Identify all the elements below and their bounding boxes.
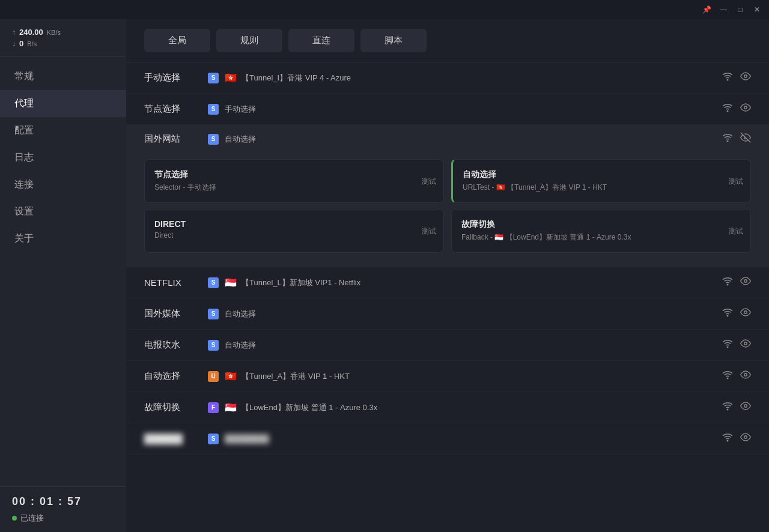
svg-point-0 xyxy=(727,79,728,80)
eye-icon[interactable] xyxy=(740,338,751,352)
eye-icon[interactable] xyxy=(740,401,751,414)
proxy-name: 自动选择 xyxy=(144,370,204,382)
proxy-actions xyxy=(722,307,751,321)
eye-icon[interactable] xyxy=(740,102,751,116)
sidebar-item-proxy[interactable]: 代理 xyxy=(0,90,126,117)
sub-card-node-selector[interactable]: 节点选择Selector - 手动选择测试 xyxy=(144,159,444,203)
title-bar: 📌 — □ ✕ xyxy=(0,0,769,19)
test-button[interactable]: 测试 xyxy=(422,176,436,186)
sidebar-item-settings[interactable]: 设置 xyxy=(0,198,126,225)
group-expanded-overseas-site: 国外网站S自动选择节点选择Selector - 手动选择测试DIRECTDire… xyxy=(126,125,769,267)
eye-icon[interactable] xyxy=(740,369,751,383)
eye-icon[interactable] xyxy=(740,307,751,321)
proxy-flag-icon: 🇭🇰 xyxy=(225,370,237,382)
wifi-test-icon[interactable] xyxy=(722,369,733,383)
proxy-row-netflix[interactable]: NETFLIXS🇸🇬【Tunnel_L】新加坡 VIP1 - Netflix xyxy=(126,267,769,298)
sidebar-nav: 常规代理配置日志连接设置关于 xyxy=(0,57,126,486)
wifi-icon[interactable] xyxy=(722,132,733,146)
test-button[interactable]: 测试 xyxy=(422,226,436,236)
tab-rule[interactable]: 规则 xyxy=(216,29,282,52)
proxy-actions xyxy=(722,132,751,146)
proxy-row-overseas-media[interactable]: 国外媒体S自动选择 xyxy=(126,298,769,330)
svg-point-12 xyxy=(727,378,728,379)
proxy-row-manual-select[interactable]: 手动选择S🇭🇰【Tunnel_I】香港 VIP 4 - Azure xyxy=(126,62,769,94)
wifi-test-icon[interactable] xyxy=(722,102,733,116)
svg-point-9 xyxy=(744,311,747,314)
proxy-flag-icon: 🇸🇬 xyxy=(225,277,237,288)
close-button[interactable]: ✕ xyxy=(750,2,764,17)
tab-script[interactable]: 脚本 xyxy=(360,29,427,52)
proxy-actions xyxy=(722,338,751,352)
svg-point-13 xyxy=(744,373,747,376)
proxy-name: NETFLIX xyxy=(144,277,204,288)
sidebar-item-config[interactable]: 配置 xyxy=(0,117,126,144)
eye-icon[interactable] xyxy=(740,432,751,446)
proxy-name: 电报吹水 xyxy=(144,339,204,351)
proxy-actions xyxy=(722,276,751,289)
tab-global[interactable]: 全局 xyxy=(144,29,210,52)
svg-point-10 xyxy=(727,346,728,348)
proxy-actions xyxy=(722,71,751,85)
tab-direct[interactable]: 直连 xyxy=(288,29,354,52)
sub-card-fallback[interactable]: 故障切换Fallback - 🇸🇬 【LowEnd】新加坡 普通 1 - Azu… xyxy=(451,209,751,253)
download-arrow-icon: ↓ xyxy=(12,40,16,48)
proxy-actions xyxy=(722,369,751,383)
proxy-actions xyxy=(722,401,751,414)
sidebar-footer: 00 : 01 : 57 已连接 xyxy=(0,486,126,532)
sub-card-subtitle: URLTest - 🇭🇰 【Tunnel_A】香港 VIP 1 - HKT xyxy=(463,183,741,193)
proxy-row-overseas-site[interactable]: 国外网站S自动选择 xyxy=(126,125,769,153)
proxy-type-badge: S xyxy=(208,277,219,288)
test-button[interactable]: 测试 xyxy=(729,176,743,186)
sub-card-title: 自动选择 xyxy=(463,169,741,180)
proxy-detail: 【Tunnel_A】香港 VIP 1 - HKT xyxy=(242,371,722,382)
svg-point-16 xyxy=(727,440,728,441)
sidebar-item-log[interactable]: 日志 xyxy=(0,144,126,171)
wifi-test-icon[interactable] xyxy=(722,71,733,85)
sidebar-item-general[interactable]: 常规 xyxy=(0,63,126,90)
wifi-test-icon[interactable] xyxy=(722,276,733,289)
sub-card-auto-select[interactable]: 自动选择URLTest - 🇭🇰 【Tunnel_A】香港 VIP 1 - HK… xyxy=(451,159,751,203)
sub-card-title: 节点选择 xyxy=(154,169,434,180)
svg-point-3 xyxy=(744,106,747,109)
eye-icon[interactable] xyxy=(740,276,751,289)
sidebar-item-connection[interactable]: 连接 xyxy=(0,171,126,198)
proxy-row-fallback-main[interactable]: 故障切换F🇸🇬【LowEnd】新加坡 普通 1 - Azure 0.3x xyxy=(126,392,769,423)
test-button[interactable]: 测试 xyxy=(729,226,743,236)
proxy-row-node-select[interactable]: 节点选择S手动选择 xyxy=(126,94,769,125)
proxy-list: 手动选择S🇭🇰【Tunnel_I】香港 VIP 4 - Azure节点选择S手动… xyxy=(126,62,769,532)
proxy-row-auto-select-main[interactable]: 自动选择U🇭🇰【Tunnel_A】香港 VIP 1 - HKT xyxy=(126,361,769,392)
proxy-row-hidden-row[interactable]: ██████S████████ xyxy=(126,423,769,455)
proxy-row-telegram[interactable]: 电报吹水S自动选择 xyxy=(126,330,769,361)
proxy-type-badge: S xyxy=(208,309,219,319)
status-dot-icon xyxy=(12,516,17,521)
sub-cards-container: 节点选择Selector - 手动选择测试DIRECTDirect测试自动选择U… xyxy=(126,153,769,261)
proxy-type-badge: U xyxy=(208,371,219,382)
eye-off-icon[interactable] xyxy=(740,132,751,146)
sub-card-direct-card[interactable]: DIRECTDirect测试 xyxy=(144,209,444,253)
eye-icon[interactable] xyxy=(740,71,751,85)
proxy-detail: 手动选择 xyxy=(225,104,722,115)
wifi-test-icon[interactable] xyxy=(722,338,733,352)
svg-point-1 xyxy=(744,75,747,78)
proxy-detail: 【Tunnel_L】新加坡 VIP1 - Netflix xyxy=(242,277,722,288)
proxy-name: 故障切换 xyxy=(144,402,204,413)
svg-point-8 xyxy=(727,315,728,316)
sub-card-subtitle: Direct xyxy=(154,231,434,240)
wifi-test-icon[interactable] xyxy=(722,307,733,321)
upload-speed-value: 240.00 xyxy=(19,28,43,37)
upload-arrow-icon: ↑ xyxy=(12,28,16,37)
pin-button[interactable]: 📌 xyxy=(699,2,714,17)
sidebar: ↑ 240.00 KB/s ↓ 0 B/s 常规代理配置日志连接设置关于 00 … xyxy=(0,19,126,532)
proxy-actions xyxy=(722,432,751,446)
minimize-button[interactable]: — xyxy=(716,2,731,17)
proxy-flag-icon: 🇭🇰 xyxy=(225,72,237,83)
proxy-name: 国外网站 xyxy=(144,133,204,145)
wifi-test-icon[interactable] xyxy=(722,401,733,414)
proxy-type-badge: S xyxy=(208,73,219,83)
upload-stat: ↑ 240.00 KB/s xyxy=(12,28,114,37)
proxy-name: ██████ xyxy=(144,434,204,444)
proxy-type-badge: S xyxy=(208,434,219,444)
maximize-button[interactable]: □ xyxy=(733,2,747,17)
sidebar-item-about[interactable]: 关于 xyxy=(0,225,126,252)
wifi-test-icon[interactable] xyxy=(722,432,733,446)
